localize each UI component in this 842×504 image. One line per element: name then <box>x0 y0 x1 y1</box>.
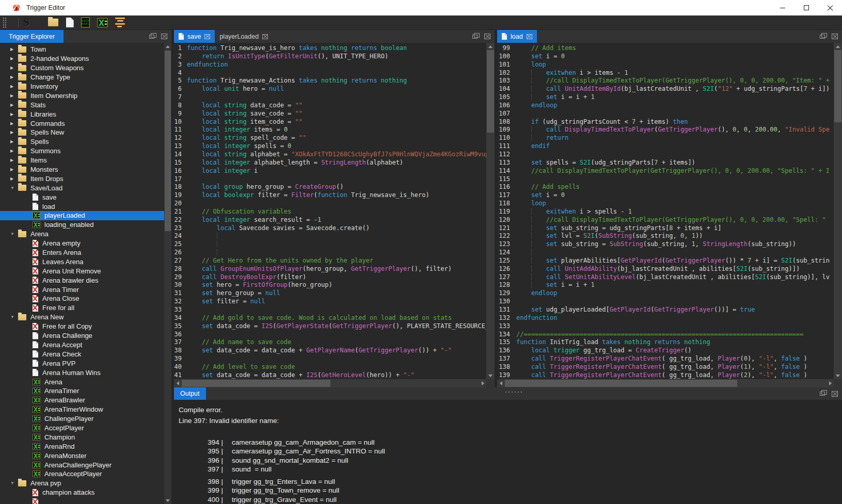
tree-item-arena-pvp[interactable]: Arena PVP <box>0 359 164 368</box>
tree-item-arenarnd[interactable]: ArenaRnd <box>0 442 164 451</box>
tree-item-save-load[interactable]: ▼Save/Load <box>0 183 164 192</box>
chevron-right-icon[interactable]: ▶ <box>10 158 18 162</box>
tree-item-change-type[interactable]: ▶Change Type <box>0 73 164 82</box>
scroll-right-icon[interactable] <box>479 379 486 387</box>
new-trigger-button[interactable] <box>66 18 74 27</box>
tree-item-inventory[interactable]: ▶Inventory <box>0 82 164 91</box>
tree-item-summons[interactable]: ▶Summons <box>0 147 164 156</box>
scroll-right-icon[interactable] <box>827 379 834 387</box>
close-panel-icon[interactable] <box>484 34 490 39</box>
horizontal-scrollbar[interactable] <box>497 379 834 387</box>
tree-item-arenamonster[interactable]: ArenaMonster <box>0 451 164 460</box>
scroll-up-icon[interactable] <box>486 43 495 50</box>
tree-item-item-ownership[interactable]: ▶Item Ownership <box>0 91 164 100</box>
scrollbar-thumb[interactable] <box>505 380 737 387</box>
tree-item-arena-brawler-dies[interactable]: Arena brawler dies <box>0 275 164 285</box>
tree-item-stats[interactable]: ▶Stats <box>0 100 164 109</box>
chevron-down-icon[interactable]: ▼ <box>10 315 18 319</box>
tree-item-arena-pvp[interactable]: ▼Arena pvp <box>0 479 164 488</box>
chevron-right-icon[interactable]: ▶ <box>10 176 18 181</box>
tree-item-enters-arena[interactable]: Enters Arena <box>0 248 164 257</box>
close-panel-icon[interactable] <box>832 34 838 39</box>
tree-item-arena[interactable]: Arena <box>0 377 164 386</box>
close-button[interactable] <box>818 0 842 15</box>
tree-item-commands[interactable]: ▶Commands <box>0 119 164 128</box>
vertical-scrollbar[interactable] <box>834 43 842 379</box>
chevron-right-icon[interactable]: ▶ <box>10 93 18 98</box>
tree-item-free-for-all-copy[interactable]: Free for all Copy <box>0 322 164 331</box>
chevron-right-icon[interactable]: ▶ <box>10 130 18 135</box>
tab-playerloaded[interactable]: playerLoaded <box>215 30 273 43</box>
chevron-right-icon[interactable]: ▶ <box>10 84 18 89</box>
minimize-button[interactable] <box>771 0 795 15</box>
chevron-right-icon[interactable]: ▶ <box>10 121 18 126</box>
syntax-checker-icon[interactable]: S <box>23 17 29 28</box>
tree-item-playerloaded[interactable]: playerLoaded <box>0 211 164 220</box>
tree-item-arenabrawler[interactable]: ArenaBrawler <box>0 396 164 405</box>
new-category-button[interactable] <box>48 19 58 26</box>
tree-item-arena-new[interactable]: ▼Arena New <box>0 313 164 322</box>
scroll-down-icon[interactable] <box>486 372 495 379</box>
variables-button[interactable] <box>97 18 108 27</box>
tree-item-spells[interactable]: ▶Spells <box>0 137 164 147</box>
scroll-left-icon[interactable] <box>174 379 181 387</box>
chevron-right-icon[interactable]: ▶ <box>10 66 18 70</box>
tree-item-item-drops[interactable]: ▶Item Drops <box>0 174 164 183</box>
explorer-scrollbar[interactable] <box>164 43 171 504</box>
scrollbar-thumb[interactable] <box>487 50 494 133</box>
tree-item-champion-attacks[interactable]: champion attacks <box>0 488 164 497</box>
tree-item-arena-close[interactable]: Arena Close <box>0 294 164 303</box>
scroll-up-icon[interactable] <box>834 43 842 50</box>
tree-item-spells-new[interactable]: ▶Spells New <box>0 128 164 137</box>
tree-item-arena-empty[interactable]: Arena empty <box>0 239 164 248</box>
scroll-down-icon[interactable] <box>834 372 842 379</box>
tree-item-arenatimerwindow[interactable]: ArenaTimerWindow <box>0 405 164 414</box>
tree-item-monsters[interactable]: ▶Monsters <box>0 165 164 174</box>
tree-item-arena-human-wins[interactable]: Arena Human Wins <box>0 368 164 377</box>
explorer-title-tab[interactable]: Trigger Explorer <box>0 30 63 43</box>
code-area-load[interactable]: 99 // Add items100 set i = 0101 loop102 … <box>497 43 834 379</box>
script-comments-button[interactable] <box>115 18 125 28</box>
binary-data-button[interactable]: 10100101 <box>81 18 90 27</box>
tree-item-arenaacceptplayer[interactable]: ArenaAcceptPlayer <box>0 469 164 479</box>
tree-item-challengeplayer[interactable]: ChallengePlayer <box>0 414 164 424</box>
maximize-button[interactable] <box>795 0 818 15</box>
close-panel-icon[interactable] <box>161 34 167 39</box>
scroll-down-icon[interactable] <box>164 497 171 504</box>
tree-item-champion[interactable]: Champion <box>0 432 164 442</box>
scroll-left-icon[interactable] <box>497 379 504 387</box>
chevron-down-icon[interactable]: ▼ <box>10 186 18 190</box>
tree-item-item[interactable] <box>0 497 164 504</box>
chevron-down-icon[interactable]: ▼ <box>10 481 18 485</box>
tab-output[interactable]: Output <box>174 387 206 400</box>
float-panel-icon[interactable] <box>472 35 478 39</box>
tree-item-arena-unit-remove[interactable]: Arena Unit Remove <box>0 266 164 275</box>
tree-item-2-handed-weapons[interactable]: ▶2-handed Weapons <box>0 54 164 63</box>
scrollbar-thumb[interactable] <box>165 51 171 231</box>
scrollbar-thumb[interactable] <box>182 380 330 387</box>
tree-item-arena-check[interactable]: Arena Check <box>0 349 164 359</box>
float-panel-icon[interactable] <box>820 392 825 396</box>
tree-item-arena[interactable]: ▼Arena <box>0 230 164 239</box>
chevron-right-icon[interactable]: ▶ <box>10 75 18 79</box>
scroll-up-icon[interactable] <box>164 43 171 50</box>
close-tab-icon[interactable] <box>204 34 210 39</box>
tree-item-leaves-arena[interactable]: Leaves Arena <box>0 257 164 266</box>
chevron-right-icon[interactable]: ▶ <box>10 167 18 172</box>
chevron-right-icon[interactable]: ▶ <box>10 56 18 61</box>
tree-item-town[interactable]: ▶Town <box>0 45 164 54</box>
tree-item-arenatimer[interactable]: ArenaTimer <box>0 386 164 396</box>
chevron-right-icon[interactable]: ▶ <box>10 139 18 144</box>
chevron-right-icon[interactable]: ▶ <box>10 149 18 153</box>
splitter-grip-dots[interactable] <box>504 391 522 393</box>
scrollbar-thumb[interactable] <box>834 50 841 122</box>
code-area-save[interactable]: 1function Trig_newsave_is_hero takes not… <box>174 43 486 379</box>
tree-item-free-for-all[interactable]: Free for all <box>0 303 164 313</box>
close-tab-icon[interactable] <box>527 34 532 39</box>
chevron-right-icon[interactable]: ▶ <box>10 112 18 117</box>
tree-item-loading-enabled[interactable]: loading_enabled <box>0 220 164 230</box>
float-panel-icon[interactable] <box>149 35 154 39</box>
tab-load[interactable]: load <box>497 30 537 43</box>
tree-item-libraries[interactable]: ▶Libraries <box>0 109 164 119</box>
tree-item-load[interactable]: load <box>0 202 164 211</box>
